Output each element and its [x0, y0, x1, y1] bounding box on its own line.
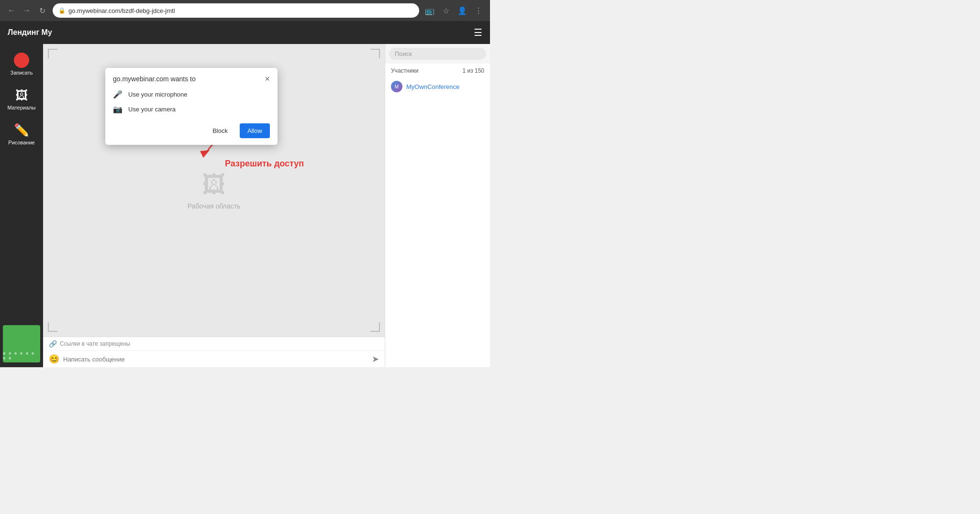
chat-notice: 🔗 Ссылки в чате запрещены	[43, 337, 385, 351]
back-button[interactable]: ←	[5, 4, 18, 17]
drawing-icon: ✏️	[14, 123, 29, 138]
chat-area: 🔗 Ссылки в чате запрещены 😊 ➤	[43, 337, 385, 367]
chat-notice-text: Ссылки в чате запрещены	[60, 340, 130, 347]
emoji-button[interactable]: 😊	[49, 354, 59, 364]
drawing-label: Рисование	[8, 140, 34, 145]
preview-dots: ■ ■ ■ ■ ■ ■ ■ ■	[3, 351, 40, 361]
sidebar-item-materials[interactable]: 🖼 Материалы	[3, 84, 40, 114]
permission-popup: go.mywebinar.com wants to × 🎤 Use your m…	[105, 68, 278, 145]
chat-input-row: 😊 ➤	[43, 351, 385, 367]
browser-chrome: ← → ↻ 🔒 go.mywebinar.com/bzdf-debg-jdce-…	[0, 0, 490, 21]
main-layout: Записать 🖼 Материалы ✏️ Рисование ■ ■ ■ …	[0, 44, 490, 367]
microphone-icon: 🎤	[113, 90, 122, 99]
video-area: 🖼 Рабочая область go.mywebinar.com wants…	[43, 44, 385, 337]
camera-text: Use your camera	[128, 106, 176, 113]
chat-input[interactable]	[63, 356, 368, 363]
url-display: go.mywebinar.com/bzdf-debg-jdce-jmtl	[68, 7, 175, 14]
participant-name: MyOwnConference	[406, 83, 459, 90]
bookmark-button[interactable]: ☆	[439, 4, 453, 17]
app-header: Лендинг Му ☰	[0, 21, 490, 44]
workspace-placeholder: 🖼 Рабочая область	[188, 171, 241, 210]
content-area: 🖼 Рабочая область go.mywebinar.com wants…	[43, 44, 385, 367]
popup-close-button[interactable]: ×	[265, 75, 270, 83]
materials-icon: 🖼	[15, 88, 28, 103]
popup-item-microphone: 🎤 Use your microphone	[105, 87, 278, 102]
corner-tl	[48, 49, 57, 58]
corner-tr	[370, 49, 380, 58]
popup-title: go.mywebinar.com wants to	[113, 75, 196, 83]
microphone-text: Use your microphone	[128, 91, 188, 98]
corner-bl	[48, 322, 57, 332]
avatar: M	[391, 81, 402, 92]
participants-count: 1 из 150	[462, 67, 484, 74]
materials-label: Материалы	[8, 105, 36, 110]
block-button[interactable]: Block	[204, 123, 236, 138]
browser-toolbar: ← → ↻ 🔒 go.mywebinar.com/bzdf-debg-jdce-…	[0, 0, 490, 21]
sidebar-item-drawing[interactable]: ✏️ Рисование	[3, 119, 40, 149]
participants-label: Участники	[391, 67, 418, 74]
record-icon	[14, 53, 29, 68]
search-placeholder: Поиск	[395, 50, 412, 57]
popup-item-camera: 📷 Use your camera	[105, 102, 278, 117]
svg-marker-0	[200, 150, 210, 158]
annotation-text: Разрешить доступ	[225, 159, 304, 169]
link-notice-icon: 🔗	[49, 340, 57, 348]
left-sidebar: Записать 🖼 Материалы ✏️ Рисование ■ ■ ■ …	[0, 44, 43, 367]
lock-icon: 🔒	[58, 7, 66, 14]
corner-br	[370, 322, 380, 332]
camera-icon: 📷	[113, 105, 122, 114]
sidebar-item-record[interactable]: Записать	[3, 49, 40, 79]
send-button[interactable]: ➤	[372, 354, 379, 364]
cast-button[interactable]: 📺	[423, 4, 436, 17]
participant-item[interactable]: M MyOwnConference	[385, 78, 490, 95]
app-title: Лендинг Му	[8, 28, 52, 37]
record-label: Записать	[10, 70, 33, 76]
green-preview-box: ■ ■ ■ ■ ■ ■ ■ ■	[3, 325, 40, 362]
right-sidebar: Поиск Участники 1 из 150 M MyOwnConferen…	[385, 44, 490, 367]
participants-header: Участники 1 из 150	[385, 64, 490, 78]
browser-menu-button[interactable]: ⋮	[472, 4, 485, 17]
allow-button[interactable]: Allow	[240, 123, 270, 138]
search-box: Поиск	[385, 44, 490, 64]
refresh-button[interactable]: ↻	[35, 4, 49, 17]
address-bar[interactable]: 🔒 go.mywebinar.com/bzdf-debg-jdce-jmtl	[53, 3, 419, 18]
app-menu-icon[interactable]: ☰	[474, 27, 482, 38]
forward-button[interactable]: →	[20, 4, 33, 17]
profile-button[interactable]: 👤	[456, 4, 469, 17]
